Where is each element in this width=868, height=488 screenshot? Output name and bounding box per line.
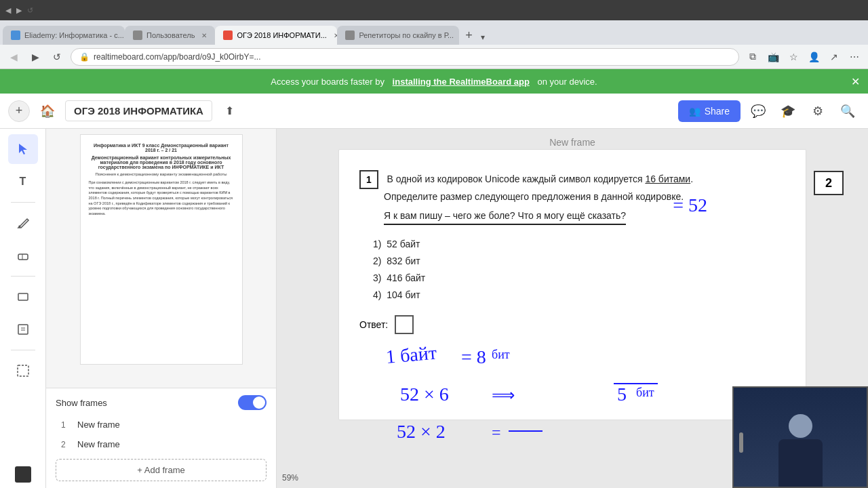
url-bar[interactable]: 🔒 realtimeboard.com/app/board/o9J_k0Oirb… [71, 48, 739, 66]
frame-1-label: New frame [77, 420, 120, 430]
forward-button[interactable]: ▶ [27, 49, 43, 65]
option-3: 3) 416 байт [373, 270, 785, 287]
board-title[interactable]: ОГЭ 2018 ИНФОРМАТИКА [65, 100, 212, 121]
extension-icon[interactable]: ⧉ [745, 49, 761, 65]
frame-1-num: 1 [61, 420, 72, 430]
search-button[interactable]: 🔍 [835, 99, 860, 123]
tab-4-label: Репетиторы по скайпу в Р... [359, 31, 454, 39]
microphone [739, 432, 743, 453]
tab-2-close[interactable]: ✕ [201, 32, 207, 39]
svg-text:52 × 6: 52 × 6 [400, 384, 449, 405]
question-text-line1: В одной из кодировок Unicode каждый симв… [387, 174, 693, 184]
tab-overflow-button[interactable]: ▾ [478, 30, 488, 45]
rectangle-tool[interactable] [8, 282, 38, 312]
tab-2-label: Пользователь [146, 31, 195, 39]
body [778, 439, 823, 487]
main-layout: T Информатика и ИКТ 9 класс Демонстрацио… [0, 129, 868, 488]
show-frames-row: Show frames [56, 395, 267, 410]
sticky-note-tool[interactable] [8, 314, 38, 344]
back-button[interactable]: ◀ [5, 49, 22, 65]
add-button[interactable]: + [8, 100, 30, 122]
svg-text:бит: бит [492, 348, 510, 361]
address-bar: ◀ ▶ ↺ 🔒 realtimeboard.com/app/board/o9J_… [0, 45, 868, 69]
question-header: 1 В одной из кодировок Unicode каждый си… [359, 170, 785, 225]
bookmark-icon[interactable]: ☆ [785, 49, 802, 65]
hat-button[interactable]: 🎓 [776, 99, 800, 123]
eraser-tool[interactable] [8, 241, 38, 270]
share-button[interactable]: 👥 Share [678, 100, 741, 122]
option-1-text: 52 байт [387, 239, 420, 249]
comment-button[interactable]: 💬 [746, 99, 770, 123]
browser-toolbar: ⧉ 📺 ☆ 👤 ↗ ⋯ [745, 49, 863, 65]
tab-3-favicon [223, 30, 233, 40]
toggle-knob [253, 396, 265, 409]
option-3-num: 3) [373, 272, 381, 283]
notification-link[interactable]: installing the RealtimeBoard app [393, 77, 530, 87]
user-icon[interactable]: 👤 [806, 49, 822, 65]
show-frames-toggle[interactable] [238, 395, 267, 410]
add-frame-button[interactable]: + Add frame [56, 459, 267, 481]
tab-1-label: Eliademy: Информатика - с... [24, 31, 124, 39]
video-person [734, 388, 867, 487]
pen-tool[interactable] [8, 208, 38, 238]
notification-text: Access your boards faster by [271, 77, 384, 87]
option-4-text: 104 бит [387, 289, 420, 300]
new-tab-button[interactable]: + [459, 26, 478, 45]
refresh-button[interactable]: ↺ [49, 49, 65, 65]
svg-text:5: 5 [617, 384, 627, 405]
head [789, 414, 812, 438]
answer-box[interactable] [395, 315, 414, 334]
frame-2-num: 2 [61, 440, 72, 449]
canvas-area[interactable]: New frame 1 В одной из кодировок Unicode… [277, 129, 868, 488]
share-icon: 👥 [689, 106, 701, 117]
question-sentence: Я к вам пишу – чего же боле? Что я могу … [384, 208, 626, 224]
option-3-text: 416 байт [387, 272, 425, 283]
option-2: 2) 832 бит [373, 253, 785, 270]
settings-button[interactable]: ⚙ [806, 99, 830, 123]
option-1-num: 1) [373, 239, 381, 249]
color-swatch[interactable] [15, 466, 31, 483]
preview-subtitle: Пояснения к демонстрационному варианту э… [89, 172, 234, 176]
svg-text:бит: бит [636, 386, 654, 399]
tab-1[interactable]: Eliademy: Информатика - с... ✕ [3, 26, 125, 45]
frame-2-label: New frame [77, 439, 120, 449]
url-text: realtimeboard.com/app/board/o9J_k0OirbY=… [94, 52, 260, 62]
question-text-line2: Определите размер следующего предложения… [384, 191, 684, 202]
notification-suffix: on your device. [537, 77, 597, 87]
option-4-num: 4) [373, 289, 381, 300]
share-browser-icon[interactable]: ↗ [826, 49, 842, 65]
preview-body: При ознакомлении с демонстрационным вари… [89, 180, 234, 217]
upload-button[interactable]: ⬆ [218, 99, 242, 123]
option-4: 4) 104 бит [373, 287, 785, 304]
handwritten-52: = 52 [673, 195, 707, 216]
video-overlay [732, 386, 868, 488]
tab-4[interactable]: Репетиторы по скайпу в Р... ✕ [337, 26, 459, 45]
text-tool[interactable]: T [8, 167, 38, 197]
tab-4-favicon [345, 30, 355, 40]
frame-item-2[interactable]: 2 New frame [56, 436, 267, 452]
title-bar: ◀▶ ↺ [0, 0, 868, 20]
banner-close-button[interactable]: ✕ [851, 75, 860, 88]
frame-tool[interactable] [8, 356, 38, 386]
cast-icon[interactable]: 📺 [765, 49, 781, 65]
notification-banner: Access your boards faster by installing … [0, 69, 868, 94]
svg-rect-6 [18, 365, 28, 376]
frame-list: 1 New frame 2 New frame [56, 417, 267, 452]
tab-3-label: ОГЭ 2018 ИНФОРМАТИ... [237, 31, 326, 39]
person-silhouette [778, 388, 823, 487]
frame-item-1[interactable]: 1 New frame [56, 417, 267, 432]
divider-3 [11, 350, 35, 350]
tab-3[interactable]: ОГЭ 2018 ИНФОРМАТИ... ✕ [215, 26, 337, 45]
svg-rect-3 [18, 325, 28, 334]
option-1: 1) 52 байт [373, 236, 785, 253]
preview-header: Информатика и ИКТ 9 класс Демонстрационн… [89, 143, 234, 152]
panel-preview: Информатика и ИКТ 9 класс Демонстрационн… [46, 129, 276, 388]
cursor-tool[interactable] [8, 134, 38, 164]
menu-icon[interactable]: ⋯ [846, 49, 863, 65]
show-frames-label: Show frames [56, 398, 107, 408]
share-label: Share [705, 106, 730, 117]
tab-2[interactable]: Пользователь ✕ [125, 26, 215, 45]
svg-text:=: = [492, 424, 501, 441]
divider-2 [11, 276, 35, 277]
home-button[interactable]: 🏠 [35, 99, 60, 123]
